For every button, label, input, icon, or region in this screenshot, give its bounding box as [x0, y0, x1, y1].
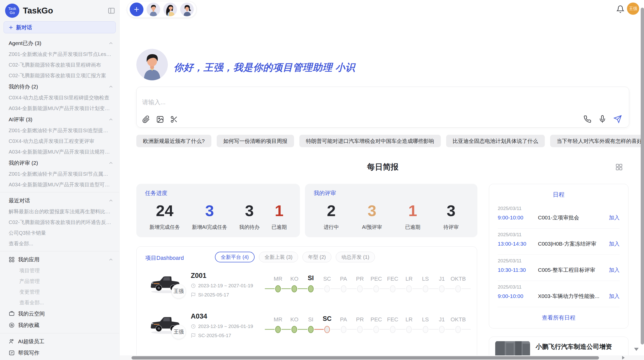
project-flag-milestone: SC-2025-05-17 — [191, 333, 231, 338]
sidebar-section-header[interactable]: 最近对话 — [0, 195, 119, 206]
project-row[interactable]: 王强Z0012023-12-19 ~ 2027-01-19SI-2025-05-… — [137, 270, 477, 310]
sidebar-tool-item[interactable]: 帮我写作 — [0, 347, 119, 358]
scroll-down-arrow-icon[interactable] — [634, 348, 639, 351]
sidebar-item[interactable]: C02-飞腾新能源轻客改款项目立项汇报方案 — [0, 70, 119, 81]
sidebar-section-header[interactable]: 我的待办 (2) — [0, 81, 119, 92]
milestone-dot — [423, 326, 428, 333]
app-item[interactable]: 查看全部... — [0, 297, 119, 308]
user-avatar[interactable]: 王强 — [627, 3, 639, 15]
sidebar-section-header[interactable]: AI评审 (3) — [0, 114, 119, 125]
project-code: Z001 — [191, 272, 207, 280]
sidebar-item[interactable]: Z001-全新燃油轻卡产品开发项目SI造型提交物评审 — [0, 125, 119, 136]
sidebar-item[interactable]: C02-飞腾新能源轻客改款项目里程碑画布 — [0, 59, 119, 70]
plus-icon — [8, 25, 13, 30]
sidebar-section-header[interactable]: 我的评审 (2) — [0, 157, 119, 169]
suggestion-chip[interactable]: 比亚迪全固态电池计划具体说了什么 — [446, 135, 545, 147]
project-code: A034 — [191, 312, 207, 320]
app-item[interactable]: 产品管理 — [0, 276, 119, 287]
microphone-icon[interactable] — [598, 115, 606, 123]
sidebar-item[interactable]: C0X4-动力总成开发项目SI里程碑提交物检查 — [0, 92, 119, 103]
milestone-label: PR — [356, 316, 364, 323]
suggestion-chip[interactable]: 欧洲新规最近颁布了什么? — [136, 135, 211, 147]
date-range-text: 2023-12-19 ~ 2027-01-19 — [198, 283, 253, 289]
milestone-dot — [275, 326, 281, 333]
sidebar-tool-item[interactable]: 创意制图 — [0, 358, 119, 360]
stat-label: 新增AI完成任务 — [192, 224, 227, 231]
new-chat-button[interactable]: 新对话 — [4, 21, 116, 33]
sidebar-item[interactable]: Z001-全新燃油轻卡产品开发项目SI节点属性5D文件评审 — [0, 169, 119, 179]
join-meeting-link[interactable]: 加入 — [609, 293, 620, 300]
chevron-up-icon — [108, 257, 114, 262]
join-meeting-link[interactable]: 加入 — [609, 214, 620, 221]
dashboard-filter-pill[interactable]: 年型 (2) — [302, 252, 331, 262]
project-dashboard-card: 项目Dashboard 全新平台 (4)全新上装 (3)年型 (2)动总开发 (… — [136, 246, 477, 360]
agent-avatar[interactable] — [180, 3, 194, 16]
sidebar-item[interactable]: Z001-全新燃油皮卡产品开发项目SI节点Lesson Learn报告 — [0, 49, 119, 59]
sidebar-section-title: 我的待办 (2) — [9, 83, 38, 90]
sidebar-item[interactable]: C0X4-动力总成开发项目工程变更评审 — [0, 136, 119, 146]
stat-value: 24 — [150, 203, 180, 219]
sidebar-item[interactable]: A034-全新新能源MUV产品开发项目计划变更表编写 — [0, 103, 119, 114]
milestone-dot — [423, 285, 428, 292]
paperclip-icon[interactable] — [142, 115, 150, 123]
milestone-dot — [406, 326, 412, 333]
sidebar-section-header[interactable]: Agent已办 (3) — [0, 37, 119, 49]
milestone-dot — [324, 326, 330, 333]
dashboard-filter-pill[interactable]: 全新平台 (4) — [215, 252, 255, 262]
milestone-label: J1 — [439, 276, 445, 282]
schedule-card: 日程 2025/03/119:00-10:00C001-立项审批会加入2025/… — [489, 184, 628, 328]
milestone-dot — [341, 285, 346, 292]
agent-avatar[interactable] — [163, 3, 177, 16]
sidebar-item[interactable]: A034-全新新能源MUV产品开发项目法规符合性评审 — [0, 146, 119, 157]
project-row[interactable]: 王强A0342023-12-19 ~ 2026-01-19SC-2025-05-… — [137, 310, 477, 351]
scroll-right-arrow-icon[interactable] — [622, 356, 625, 359]
cloud-space-icon — [9, 311, 15, 317]
suggestion-chip[interactable]: 如何写一份清晰的项目周报 — [217, 135, 294, 147]
agent-avatar[interactable] — [147, 3, 160, 16]
app-item[interactable]: 项目管理 — [0, 265, 119, 276]
briefing-layout-icon[interactable] — [615, 163, 623, 171]
sidebar-section-title: Agent已办 (3) — [9, 40, 41, 47]
recent-chat-item[interactable]: 解释最新出台的欧盟报废车法规再生塑料比例被调至15%... — [0, 206, 119, 217]
suggestion-chip[interactable]: 当下年轻人对汽车外观有怎样的喜好趋势 — [550, 135, 644, 147]
new-chat-label: 新对话 — [16, 24, 32, 31]
sidebar-item[interactable]: A034-全新新能源MUV产品开发项目造型可行性评审 — [0, 179, 119, 190]
suggestion-chip[interactable]: 特朗普可能对进口汽车增税会对中国车企造成哪些影响 — [299, 135, 441, 147]
stat-label: 我的待办 — [239, 224, 259, 231]
stat-label: AI预评审 — [362, 224, 382, 231]
sidebar-my-apps-header[interactable]: 我的应用 — [0, 254, 119, 265]
stat-value: 2 — [324, 203, 339, 219]
flag-text: SI-2025-05-17 — [198, 292, 229, 298]
app-item[interactable]: 变更管理 — [0, 287, 119, 297]
stat-card-title: 任务进度 — [145, 189, 167, 197]
view-all-schedule-link[interactable]: 查看所有日程 — [489, 314, 628, 322]
send-icon[interactable] — [613, 115, 622, 123]
sidebar-section-title: 我的评审 (2) — [9, 159, 38, 167]
add-agent-button[interactable] — [130, 3, 143, 16]
sidebar-tool-item[interactable]: AI超级员工 — [0, 336, 119, 347]
recent-chat-item[interactable]: C02-飞腾新能源轻客改款项目的闭环通告反馈情况 — [0, 217, 119, 228]
dashboard-filter-pill[interactable]: 动总开发 (1) — [336, 252, 375, 262]
dashboard-filters: 全新平台 (4)全新上装 (3)年型 (2)动总开发 (1) — [215, 252, 375, 262]
image-icon[interactable] — [156, 115, 164, 123]
schedule-item: 2025/03/119:00-10:00C001-立项审批会加入 — [498, 202, 620, 229]
recent-chat-item[interactable]: 查看全部... — [0, 238, 119, 249]
horizontal-scrollbar[interactable] — [131, 356, 599, 359]
join-meeting-link[interactable]: 加入 — [609, 240, 620, 247]
milestone-label: SI — [308, 316, 313, 323]
scissors-icon[interactable] — [170, 115, 178, 123]
chat-input[interactable] — [142, 99, 371, 106]
recent-chat-item[interactable]: 公司Q3轻卡销量 — [0, 228, 119, 238]
sidebar-collapse-icon[interactable] — [108, 7, 115, 14]
join-meeting-link[interactable]: 加入 — [609, 266, 620, 274]
milestone-segment — [445, 329, 455, 330]
dashboard-filter-pill[interactable]: 全新上装 (3) — [259, 252, 298, 262]
vertical-scrollbar[interactable] — [641, 8, 644, 344]
phone-call-icon[interactable] — [583, 115, 591, 123]
stat-value: 1 — [271, 203, 287, 219]
schedule-item-row: 9:00-10:00C001-立项审批会加入 — [498, 214, 620, 221]
daily-briefing-title: 每日简报 — [136, 162, 629, 172]
sidebar-item-star-circle[interactable]: 我的收藏 — [0, 319, 119, 331]
sidebar-item-cloud-space[interactable]: 我的云空间 — [0, 308, 119, 319]
notification-bell-icon[interactable] — [616, 5, 624, 13]
